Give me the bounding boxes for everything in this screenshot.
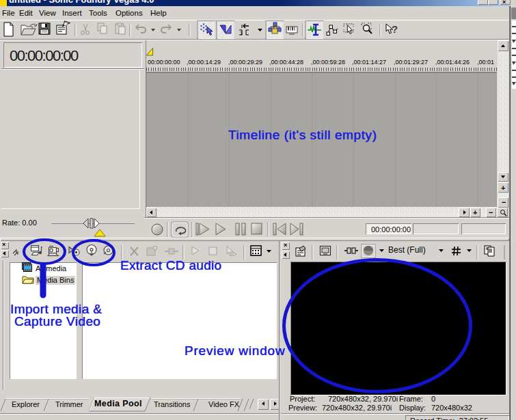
svg-text:1: 1 — [240, 30, 243, 36]
svg-text:Best (Full): Best (Full) — [388, 245, 426, 255]
svg-text:?: ? — [392, 23, 398, 35]
